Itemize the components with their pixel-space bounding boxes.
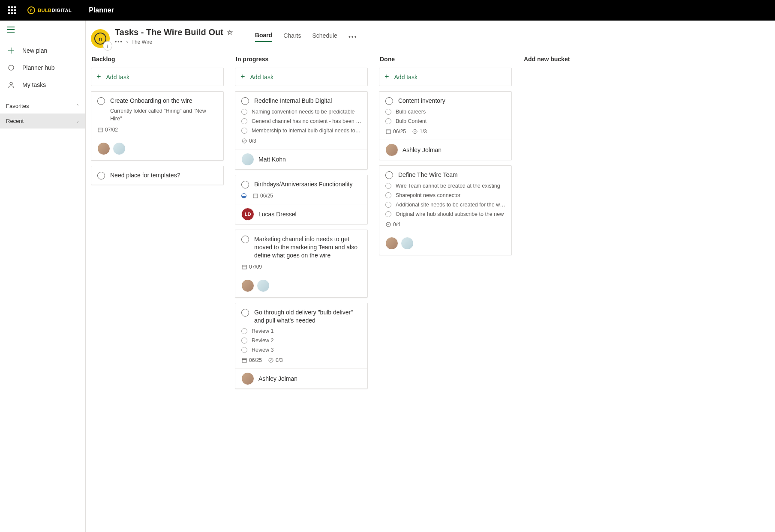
avatar[interactable] (241, 372, 254, 385)
breadcrumb-parent[interactable]: The Wire (132, 39, 153, 45)
bucket-title[interactable]: Backlog (91, 54, 224, 68)
checklist-item[interactable]: General channel has no content - has bee… (241, 118, 361, 124)
checklist-item[interactable]: Review 1 (241, 328, 361, 334)
add-task-button[interactable]: +Add task (235, 68, 368, 86)
brand-icon: n (27, 6, 35, 14)
tab-schedule[interactable]: Schedule (312, 32, 337, 42)
svg-rect-2 (98, 128, 102, 132)
checklist-circle-icon[interactable] (385, 202, 391, 208)
app-launcher-icon[interactable] (5, 3, 19, 17)
checklist-circle-icon[interactable] (241, 328, 247, 334)
svg-rect-5 (253, 194, 258, 198)
complete-circle-icon[interactable] (241, 181, 249, 188)
task-card[interactable]: Redefine Internal Bulb DigitalNaming con… (235, 91, 368, 170)
complete-circle-icon[interactable] (385, 97, 393, 105)
tab-more-icon[interactable]: ••• (348, 33, 357, 40)
checklist-item[interactable]: Bulb Content (385, 118, 505, 124)
task-card[interactable]: Need place for templates? (91, 166, 224, 185)
task-card[interactable]: Birthdays/Anniversaries Functionality06/… (235, 175, 368, 224)
complete-circle-icon[interactable] (241, 309, 249, 317)
tab-charts[interactable]: Charts (283, 32, 301, 42)
svg-rect-12 (386, 130, 391, 134)
add-task-label: Add task (250, 74, 273, 81)
task-card[interactable]: Marketing channel info needs to get move… (235, 230, 368, 298)
checklist-circle-icon[interactable] (241, 347, 247, 353)
tab-board[interactable]: Board (255, 32, 272, 42)
checklist-circle-icon[interactable] (385, 183, 391, 189)
progress-icon (385, 222, 391, 227)
avatar[interactable] (113, 142, 126, 155)
checklist-circle-icon[interactable] (385, 109, 391, 115)
recent-section[interactable]: Recent ⌄ (0, 114, 85, 129)
task-card[interactable]: Define The Wire TeamWire Team cannot be … (379, 165, 512, 255)
complete-circle-icon[interactable] (241, 236, 249, 243)
plan-avatar[interactable]: n i (91, 29, 110, 48)
breadcrumb-more-icon[interactable]: ••• (115, 39, 123, 45)
complete-circle-icon[interactable] (385, 171, 393, 179)
add-task-button[interactable]: +Add task (379, 68, 512, 86)
checklist-circle-icon[interactable] (241, 338, 247, 344)
checklist-item[interactable]: Review 2 (241, 337, 361, 344)
favorites-section[interactable]: Favorites ⌃ (0, 99, 85, 114)
checklist-item[interactable]: Original wire hub should subscribe to th… (385, 211, 505, 217)
due-date: 07/09 (241, 264, 262, 270)
due-date: 07/02 (97, 127, 118, 133)
avatar[interactable] (385, 237, 398, 250)
favorite-star-icon[interactable]: ☆ (227, 28, 233, 36)
task-assignees[interactable] (235, 275, 367, 297)
new-plan-button[interactable]: New plan (0, 42, 85, 59)
plus-icon: + (384, 72, 389, 81)
task-assignee[interactable]: Ashley Jolman (379, 140, 511, 160)
calendar-icon (385, 129, 391, 134)
info-icon[interactable]: i (103, 41, 112, 51)
task-assignee[interactable]: Matt Kohn (235, 149, 367, 169)
task-card[interactable]: Go through old delivery "bulb deliver" a… (235, 303, 368, 389)
checklist-item[interactable]: Additional site needs to be created for … (385, 201, 505, 208)
checklist-item[interactable]: Naming convention needs to be predictabl… (241, 108, 361, 115)
checklist-item-label: Review 1 (252, 328, 273, 334)
hamburger-icon[interactable] (0, 21, 85, 39)
checklist-item[interactable]: Sharepoint news connector (385, 192, 505, 198)
planner-hub-link[interactable]: Planner hub (0, 59, 85, 76)
task-assignee[interactable]: LDLucas Dressel (235, 204, 367, 224)
checklist-circle-icon[interactable] (385, 211, 391, 217)
add-task-button[interactable]: +Add task (91, 68, 224, 86)
my-tasks-link[interactable]: My tasks (0, 76, 85, 93)
checklist-item[interactable]: Wire Team cannot be created at the exist… (385, 182, 505, 189)
checklist-circle-icon[interactable] (385, 118, 391, 124)
plus-icon: + (240, 72, 245, 81)
brand-logo[interactable]: n BULBDIGITAL (27, 6, 72, 14)
add-task-label: Add task (394, 74, 418, 81)
task-assignees[interactable] (379, 233, 511, 255)
avatar[interactable] (97, 142, 110, 155)
avatar[interactable] (401, 237, 414, 250)
plus-icon (7, 46, 15, 55)
avatar[interactable] (241, 279, 254, 292)
my-tasks-label: My tasks (22, 81, 46, 88)
assignee-name: Ashley Jolman (258, 375, 297, 382)
complete-circle-icon[interactable] (241, 97, 249, 105)
checklist-circle-icon[interactable] (241, 118, 247, 124)
progress-icon (268, 358, 273, 363)
checklist-circle-icon[interactable] (385, 192, 391, 198)
checklist-circle-icon[interactable] (241, 109, 247, 115)
person-icon (7, 81, 15, 89)
avatar[interactable] (241, 153, 254, 166)
complete-circle-icon[interactable] (97, 97, 105, 105)
task-card[interactable]: Create Onboarding on the wireCurrently f… (91, 91, 224, 161)
app-name[interactable]: Planner (89, 6, 114, 14)
task-assignees[interactable] (91, 138, 223, 160)
task-card[interactable]: Content inventoryBulb careersBulb Conten… (379, 91, 512, 160)
avatar[interactable]: LD (241, 208, 254, 221)
checklist-item[interactable]: Membership to internal bulb digital need… (241, 127, 361, 134)
checklist-item[interactable]: Review 3 (241, 347, 361, 353)
checklist-circle-icon[interactable] (241, 128, 247, 134)
add-bucket-button[interactable]: Add new bucket (523, 54, 571, 64)
bucket-title[interactable]: In progress (235, 54, 368, 68)
complete-circle-icon[interactable] (97, 172, 105, 179)
bucket-title[interactable]: Done (379, 54, 512, 68)
avatar[interactable] (385, 143, 398, 156)
avatar[interactable] (257, 279, 270, 292)
task-assignee[interactable]: Ashley Jolman (235, 368, 367, 389)
checklist-item[interactable]: Bulb careers (385, 108, 505, 115)
